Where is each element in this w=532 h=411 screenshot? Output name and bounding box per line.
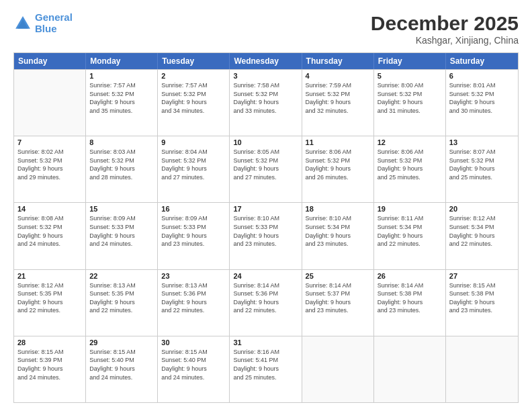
calendar-cell: 6Sunrise: 8:01 AM Sunset: 5:32 PM Daylig…: [446, 70, 518, 136]
calendar-cell: 22Sunrise: 8:13 AM Sunset: 5:35 PM Dayli…: [86, 270, 158, 336]
day-info: Sunrise: 8:09 AM Sunset: 5:33 PM Dayligh…: [161, 214, 226, 248]
day-number: 14: [17, 205, 82, 213]
calendar-cell: 9Sunrise: 8:04 AM Sunset: 5:32 PM Daylig…: [158, 136, 230, 202]
day-number: 28: [17, 338, 82, 347]
calendar-cell: 29Sunrise: 8:15 AM Sunset: 5:40 PM Dayli…: [86, 336, 158, 402]
day-number: 8: [89, 138, 154, 146]
day-number: 1: [89, 72, 154, 80]
calendar-row: 21Sunrise: 8:12 AM Sunset: 5:35 PM Dayli…: [14, 269, 518, 336]
calendar-cell: [446, 336, 518, 402]
calendar-cell: 13Sunrise: 8:07 AM Sunset: 5:32 PM Dayli…: [446, 136, 518, 202]
day-number: 21: [17, 272, 82, 280]
day-number: 9: [161, 138, 226, 146]
calendar-body: 1Sunrise: 7:57 AM Sunset: 5:32 PM Daylig…: [14, 69, 518, 402]
day-number: 5: [378, 72, 442, 80]
day-number: 20: [449, 205, 515, 213]
title-block: December 2025 Kashgar, Xinjiang, China: [371, 12, 519, 46]
weekday-header: Tuesday: [158, 53, 230, 69]
calendar-cell: 16Sunrise: 8:09 AM Sunset: 5:33 PM Dayli…: [158, 203, 230, 269]
day-info: Sunrise: 8:13 AM Sunset: 5:36 PM Dayligh…: [161, 281, 226, 315]
day-info: Sunrise: 8:12 AM Sunset: 5:35 PM Dayligh…: [17, 281, 82, 315]
day-number: 10: [233, 138, 298, 146]
logo-line1: General: [35, 11, 73, 23]
day-info: Sunrise: 8:10 AM Sunset: 5:33 PM Dayligh…: [233, 214, 298, 248]
calendar: SundayMondayTuesdayWednesdayThursdayFrid…: [13, 52, 519, 403]
calendar-cell: 24Sunrise: 8:14 AM Sunset: 5:36 PM Dayli…: [230, 270, 302, 336]
day-number: 7: [17, 138, 82, 146]
day-info: Sunrise: 8:01 AM Sunset: 5:32 PM Dayligh…: [449, 81, 515, 115]
day-number: 27: [449, 272, 515, 280]
calendar-cell: 3Sunrise: 7:58 AM Sunset: 5:32 PM Daylig…: [230, 70, 302, 136]
weekday-header: Monday: [86, 53, 158, 69]
day-info: Sunrise: 8:08 AM Sunset: 5:32 PM Dayligh…: [17, 214, 82, 248]
day-info: Sunrise: 8:15 AM Sunset: 5:39 PM Dayligh…: [17, 348, 82, 381]
calendar-cell: 20Sunrise: 8:12 AM Sunset: 5:34 PM Dayli…: [446, 203, 518, 269]
calendar-cell: 8Sunrise: 8:03 AM Sunset: 5:32 PM Daylig…: [86, 136, 158, 202]
day-info: Sunrise: 8:06 AM Sunset: 5:32 PM Dayligh…: [306, 148, 370, 181]
day-number: 25: [306, 272, 370, 280]
calendar-cell: 25Sunrise: 8:14 AM Sunset: 5:37 PM Dayli…: [302, 270, 374, 336]
logo-text: General Blue: [35, 12, 73, 34]
calendar-cell: 23Sunrise: 8:13 AM Sunset: 5:36 PM Dayli…: [158, 270, 230, 336]
calendar-cell: [14, 70, 86, 136]
calendar-row: 7Sunrise: 8:02 AM Sunset: 5:32 PM Daylig…: [14, 136, 518, 202]
calendar-cell: 30Sunrise: 8:15 AM Sunset: 5:40 PM Dayli…: [158, 336, 230, 402]
month-title: December 2025: [371, 12, 519, 35]
day-info: Sunrise: 8:15 AM Sunset: 5:40 PM Dayligh…: [89, 348, 154, 381]
day-info: Sunrise: 8:15 AM Sunset: 5:40 PM Dayligh…: [161, 348, 226, 381]
calendar-cell: 14Sunrise: 8:08 AM Sunset: 5:32 PM Dayli…: [14, 203, 86, 269]
day-info: Sunrise: 7:57 AM Sunset: 5:32 PM Dayligh…: [89, 81, 154, 115]
header: General Blue December 2025 Kashgar, Xinj…: [13, 12, 519, 46]
day-number: 4: [306, 72, 370, 80]
page: General Blue December 2025 Kashgar, Xinj…: [0, 0, 532, 411]
calendar-cell: [374, 336, 446, 402]
day-number: 2: [161, 72, 226, 80]
calendar-cell: 21Sunrise: 8:12 AM Sunset: 5:35 PM Dayli…: [14, 270, 86, 336]
day-number: 29: [89, 338, 154, 347]
calendar-row: 1Sunrise: 7:57 AM Sunset: 5:32 PM Daylig…: [14, 69, 518, 136]
day-info: Sunrise: 7:59 AM Sunset: 5:32 PM Dayligh…: [306, 81, 370, 115]
weekday-header: Wednesday: [230, 53, 302, 69]
weekday-header: Friday: [374, 53, 446, 69]
day-number: 18: [306, 205, 370, 213]
calendar-cell: 31Sunrise: 8:16 AM Sunset: 5:41 PM Dayli…: [230, 336, 302, 402]
weekday-header: Saturday: [446, 53, 518, 69]
day-number: 15: [89, 205, 154, 213]
calendar-cell: 27Sunrise: 8:15 AM Sunset: 5:38 PM Dayli…: [446, 270, 518, 336]
day-number: 3: [233, 72, 298, 80]
day-info: Sunrise: 8:04 AM Sunset: 5:32 PM Dayligh…: [161, 148, 226, 181]
day-number: 19: [378, 205, 442, 213]
day-number: 12: [378, 138, 442, 146]
day-info: Sunrise: 8:15 AM Sunset: 5:38 PM Dayligh…: [449, 281, 515, 315]
calendar-cell: 18Sunrise: 8:10 AM Sunset: 5:34 PM Dayli…: [302, 203, 374, 269]
calendar-cell: [302, 336, 374, 402]
day-info: Sunrise: 8:16 AM Sunset: 5:41 PM Dayligh…: [233, 348, 298, 381]
day-number: 31: [233, 338, 298, 347]
calendar-cell: 28Sunrise: 8:15 AM Sunset: 5:39 PM Dayli…: [14, 336, 86, 402]
calendar-cell: 12Sunrise: 8:06 AM Sunset: 5:32 PM Dayli…: [374, 136, 446, 202]
calendar-cell: 4Sunrise: 7:59 AM Sunset: 5:32 PM Daylig…: [302, 70, 374, 136]
day-info: Sunrise: 8:13 AM Sunset: 5:35 PM Dayligh…: [89, 281, 154, 315]
calendar-row: 28Sunrise: 8:15 AM Sunset: 5:39 PM Dayli…: [14, 336, 518, 402]
logo: General Blue: [13, 12, 73, 34]
weekday-header: Thursday: [302, 53, 374, 69]
calendar-cell: 10Sunrise: 8:05 AM Sunset: 5:32 PM Dayli…: [230, 136, 302, 202]
day-number: 17: [233, 205, 298, 213]
day-info: Sunrise: 8:05 AM Sunset: 5:32 PM Dayligh…: [233, 148, 298, 181]
day-number: 24: [233, 272, 298, 280]
day-number: 23: [161, 272, 226, 280]
day-number: 26: [378, 272, 442, 280]
calendar-cell: 5Sunrise: 8:00 AM Sunset: 5:32 PM Daylig…: [374, 70, 446, 136]
location: Kashgar, Xinjiang, China: [371, 35, 519, 46]
day-info: Sunrise: 8:12 AM Sunset: 5:34 PM Dayligh…: [449, 214, 515, 248]
calendar-cell: 19Sunrise: 8:11 AM Sunset: 5:34 PM Dayli…: [374, 203, 446, 269]
day-info: Sunrise: 7:58 AM Sunset: 5:32 PM Dayligh…: [233, 81, 298, 115]
day-info: Sunrise: 8:03 AM Sunset: 5:32 PM Dayligh…: [89, 148, 154, 181]
day-number: 11: [306, 138, 370, 146]
calendar-cell: 2Sunrise: 7:57 AM Sunset: 5:32 PM Daylig…: [158, 70, 230, 136]
day-info: Sunrise: 8:02 AM Sunset: 5:32 PM Dayligh…: [17, 148, 82, 181]
day-info: Sunrise: 8:07 AM Sunset: 5:32 PM Dayligh…: [449, 148, 515, 181]
calendar-cell: 26Sunrise: 8:14 AM Sunset: 5:38 PM Dayli…: [374, 270, 446, 336]
day-info: Sunrise: 8:00 AM Sunset: 5:32 PM Dayligh…: [378, 81, 442, 115]
day-number: 13: [449, 138, 515, 146]
